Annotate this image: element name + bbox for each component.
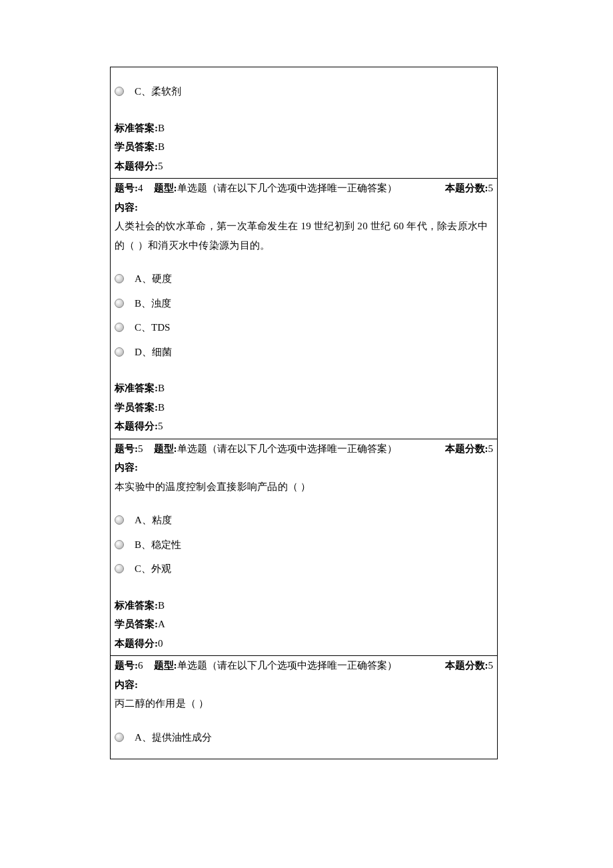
obtained-score-value: 5 [158,421,163,431]
option-row: A、提供油性成分 [115,728,493,747]
student-answer-value: B [158,402,165,413]
radio-icon[interactable] [115,299,124,308]
student-answer-value: B [158,141,165,152]
std-answer-label: 标准答案: [115,600,158,611]
option-text: C、TDS [135,318,170,337]
option-row: B、浊度 [115,294,493,313]
option-text: A、硬度 [135,269,172,289]
option-row: A、硬度 [115,269,493,289]
question-block: C、柔软剂标准答案:B学员答案:B本题得分:5 [111,67,497,179]
question-header: 题号:6题型:单选题（请在以下几个选项中选择唯一正确答案）本题分数:5 [115,656,493,675]
content-label: 内容: [115,198,493,217]
option-text: D、细菌 [135,343,172,362]
radio-icon[interactable] [115,540,124,549]
option-row: C、TDS [115,318,493,337]
option-row: C、柔软剂 [115,82,493,101]
std-answer-label: 标准答案: [115,123,158,133]
option-row: B、稳定性 [115,535,493,555]
score-value: 5 [488,443,494,454]
obtained-score-label: 本题得分: [115,638,158,649]
question-block: 题号:5题型:单选题（请在以下几个选项中选择唯一正确答案）本题分数:5内容:本实… [111,439,497,657]
radio-icon[interactable] [115,323,124,332]
student-answer-value: A [158,619,165,629]
option-text: B、浊度 [135,294,171,313]
score-label: 本题分数: [445,660,488,671]
question-block: 题号:4题型:单选题（请在以下几个选项中选择唯一正确答案）本题分数:5内容:人类… [111,179,497,439]
option-text: A、提供油性成分 [135,728,212,747]
qnum-value: 5 [138,443,143,454]
std-answer-value: B [158,383,165,393]
option-row: D、细菌 [115,343,493,362]
radio-icon[interactable] [115,87,124,96]
option-row: A、粘度 [115,511,493,530]
option-row: C、外观 [115,559,493,579]
score-value: 5 [488,660,494,671]
question-block: 题号:6题型:单选题（请在以下几个选项中选择唯一正确答案）本题分数:5内容:丙二… [111,656,497,759]
question-stem: 丙二醇的作用是（ ） [115,694,493,713]
qnum-label: 题号: [115,183,138,193]
option-text: C、柔软剂 [135,82,181,101]
obtained-score-label: 本题得分: [115,161,158,171]
content-label: 内容: [115,458,493,477]
question-stem: 人类社会的饮水革命，第一次革命发生在 19 世纪初到 20 世纪 60 年代，除… [115,217,493,255]
obtained-score-value: 0 [158,638,163,649]
radio-icon[interactable] [115,274,124,283]
std-answer-value: B [158,123,165,133]
qtype-label: 题型: [154,183,177,193]
obtained-score-value: 5 [158,161,163,171]
obtained-score-label: 本题得分: [115,421,158,431]
score-label: 本题分数: [445,443,488,454]
radio-icon[interactable] [115,515,124,525]
radio-icon[interactable] [115,733,124,742]
option-text: B、稳定性 [135,535,181,555]
question-stem: 本实验中的温度控制会直接影响产品的（ ） [115,477,493,497]
std-answer-label: 标准答案: [115,383,158,393]
qtype-value: 单选题（请在以下几个选项中选择唯一正确答案） [177,660,397,671]
radio-icon[interactable] [115,347,124,357]
qnum-label: 题号: [115,443,138,454]
score-value: 5 [488,183,494,193]
qtype-value: 单选题（请在以下几个选项中选择唯一正确答案） [177,443,397,454]
qtype-value: 单选题（请在以下几个选项中选择唯一正确答案） [177,183,397,193]
std-answer-value: B [158,600,165,611]
student-answer-label: 学员答案: [115,402,158,413]
student-answer-label: 学员答案: [115,141,158,152]
qtype-label: 题型: [154,660,177,671]
qnum-value: 4 [138,183,143,193]
score-label: 本题分数: [445,183,488,193]
content-label: 内容: [115,675,493,695]
qnum-label: 题号: [115,660,138,671]
option-text: A、粘度 [135,511,172,530]
qtype-label: 题型: [154,443,177,454]
qnum-value: 6 [138,660,143,671]
radio-icon[interactable] [115,564,124,573]
option-text: C、外观 [135,559,171,579]
question-header: 题号:5题型:单选题（请在以下几个选项中选择唯一正确答案）本题分数:5 [115,439,493,459]
question-header: 题号:4题型:单选题（请在以下几个选项中选择唯一正确答案）本题分数:5 [115,179,493,198]
student-answer-label: 学员答案: [115,619,158,629]
exam-table: C、柔软剂标准答案:B学员答案:B本题得分:5题号:4题型:单选题（请在以下几个… [110,67,498,759]
